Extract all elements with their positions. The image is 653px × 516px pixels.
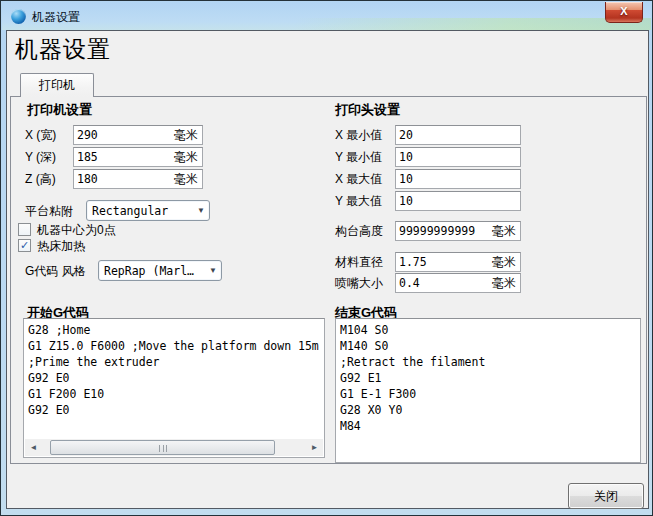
nozzle-size-input[interactable] [396,276,492,290]
tab-printer-label: 打印机 [39,78,75,92]
scrollbar-track[interactable] [42,439,306,456]
nozzle-size-unit: 毫米 [492,275,520,292]
window-close-button[interactable]: X [605,2,643,23]
x-max-input[interactable] [396,172,520,186]
field-x-width: 毫米 [73,125,203,145]
titlebar-glow [294,18,651,30]
field-x-min [395,125,521,145]
scroll-right-icon[interactable]: ► [306,439,323,456]
gcode-flavor-select[interactable]: RepRap (Marl… ▼ [98,260,222,281]
y-max-input[interactable] [396,194,520,208]
dialog-client-area: 机器设置 打印机 打印机设置 X (宽) 毫米 Y (深) 毫米 Z (高) 毫… [6,30,649,509]
gantry-height-input[interactable] [396,224,492,238]
x-min-input[interactable] [396,128,520,142]
start-gcode-textarea[interactable]: G28 ;Home G1 Z15.0 F6000 ;Move the platf… [23,318,325,458]
printhead-settings-heading: 打印头设置 [335,101,400,119]
window-title: 机器设置 [32,9,80,26]
field-label-x-min: X 最小值 [335,125,382,145]
machine-settings-window: 机器设置 X 机器设置 打印机 打印机设置 X (宽) 毫米 Y (深) 毫米 … [0,0,653,516]
app-icon [11,9,26,24]
field-y-depth: 毫米 [73,147,203,167]
material-diameter-input[interactable] [396,255,492,269]
check-icon: ✓ [20,240,29,251]
field-label-y-min: Y 最小值 [335,147,382,167]
field-x-max [395,169,521,189]
x-width-input[interactable] [74,128,174,142]
end-gcode-text: M104 S0 M140 S0 ;Retract the filament G9… [336,319,640,437]
gcode-flavor-label: G代码 风格 [25,261,86,281]
x-width-unit: 毫米 [174,127,202,144]
machine-center-zero-checkbox[interactable] [18,223,31,236]
field-label-x-max: X 最大值 [335,169,382,189]
tab-printer[interactable]: 打印机 [20,73,94,97]
field-label-y-max: Y 最大值 [335,191,382,211]
start-gcode-text: G28 ;Home G1 Z15.0 F6000 ;Move the platf… [24,319,324,421]
close-icon: X [620,5,627,17]
material-diameter-label: 材料直径 [335,252,383,272]
heated-bed-label: 热床加热 [37,236,85,256]
chevron-down-icon: ▼ [193,206,209,215]
field-nozzle-size: 毫米 [395,273,521,293]
printer-settings-heading: 打印机设置 [27,101,92,119]
gcode-flavor-value: RepRap (Marl… [99,264,205,278]
start-gcode-hscrollbar[interactable]: ◄ ► [25,439,323,456]
y-min-input[interactable] [396,150,520,164]
field-y-max [395,191,521,211]
page-title: 机器设置 [15,34,111,65]
close-button[interactable]: 关闭 [568,483,644,509]
scroll-left-icon[interactable]: ◄ [25,439,42,456]
heated-bed-checkbox[interactable]: ✓ [18,239,31,252]
y-depth-input[interactable] [74,150,174,164]
end-gcode-textarea[interactable]: M104 S0 M140 S0 ;Retract the filament G9… [335,318,641,463]
z-height-unit: 毫米 [174,171,202,188]
gantry-height-unit: 毫米 [492,223,520,240]
field-z-height: 毫米 [73,169,203,189]
field-label-z-height: Z (高) [25,169,56,189]
z-height-input[interactable] [74,172,174,186]
platform-adhesion-select[interactable]: Rectangular ▼ [86,200,210,221]
gantry-height-label: 构台高度 [335,221,383,241]
close-button-label: 关闭 [594,489,618,503]
printer-tab-panel: 打印机设置 X (宽) 毫米 Y (深) 毫米 Z (高) 毫米 平台粘附 Re… [10,96,647,464]
titlebar[interactable]: 机器设置 X [2,2,651,30]
nozzle-size-label: 喷嘴大小 [335,273,383,293]
field-label-x-width: X (宽) [25,125,56,145]
material-diameter-unit: 毫米 [492,254,520,271]
field-y-min [395,147,521,167]
chevron-down-icon: ▼ [205,266,221,275]
field-gantry-height: 毫米 [395,221,521,241]
field-label-y-depth: Y (深) [25,147,56,167]
field-material-diameter: 毫米 [395,252,521,272]
y-depth-unit: 毫米 [174,149,202,166]
scrollbar-grip-icon [159,445,167,452]
platform-adhesion-value: Rectangular [87,204,193,218]
scrollbar-thumb[interactable] [50,440,275,455]
platform-adhesion-label: 平台粘附 [25,201,73,221]
